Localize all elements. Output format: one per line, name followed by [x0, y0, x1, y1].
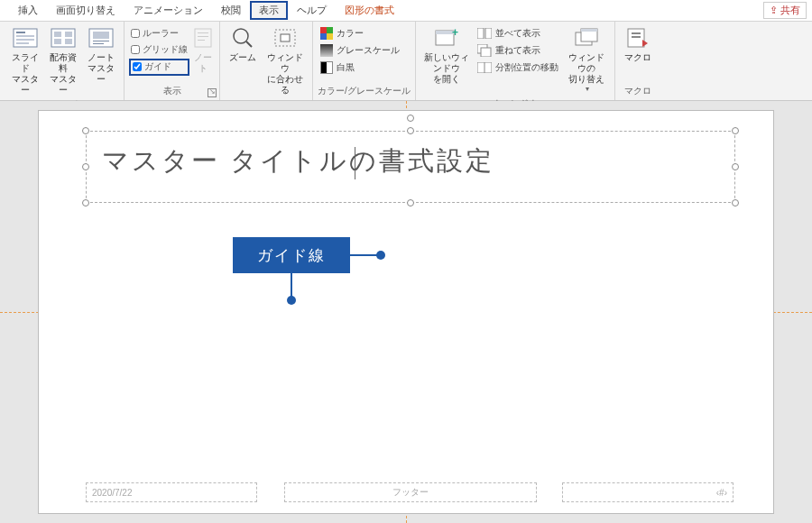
handle-ne[interactable] — [732, 127, 739, 134]
menu-shape-format[interactable]: 図形の書式 — [336, 1, 403, 20]
cascade-button[interactable]: 重ねて表示 — [475, 43, 561, 58]
menu-transitions[interactable]: 画面切り替え — [47, 1, 125, 20]
new-window-button[interactable]: + 新しいウィンドウ を開く — [420, 24, 473, 87]
handout-master-label: 配布資料 マスター — [47, 52, 79, 96]
group-macros: マクロ マクロ — [615, 22, 660, 100]
svg-line-19 — [246, 41, 252, 47]
handle-s[interactable] — [407, 199, 414, 206]
share-button[interactable]: ⇪ 共有 — [763, 2, 807, 19]
handout-master-icon — [50, 26, 77, 50]
notes-icon — [189, 26, 217, 50]
grayscale-button[interactable]: グレースケール — [318, 43, 402, 58]
notes-button: ノー ト — [191, 24, 215, 76]
svg-rect-8 — [54, 39, 61, 44]
color-button[interactable]: カラー — [318, 26, 402, 41]
title-text[interactable]: マスター タイトルの書式設定 — [102, 143, 494, 179]
share-label: 共有 — [780, 5, 800, 15]
menu-help[interactable]: ヘルプ — [288, 1, 336, 20]
menubar: 挿入 画面切り替え アニメーション 校閲 表示 ヘルプ 図形の書式 ⇪ 共有 — [0, 0, 812, 22]
svg-rect-3 — [16, 39, 34, 41]
slide[interactable]: マスター タイトルの書式設定 ガイド線 2020/7/22 フッター ‹#› — [38, 110, 774, 514]
grayscale-icon — [320, 44, 333, 57]
menu-insert[interactable]: 挿入 — [9, 1, 47, 20]
group-label-show: 表示 — [129, 83, 215, 100]
svg-rect-28 — [481, 48, 491, 57]
svg-rect-26 — [485, 28, 492, 39]
callout-dot-bottom — [287, 296, 296, 305]
svg-rect-7 — [65, 32, 72, 37]
canvas-area[interactable]: マスター タイトルの書式設定 ガイド線 2020/7/22 フッター ‹#› — [0, 101, 812, 523]
handle-nw[interactable] — [82, 127, 89, 134]
svg-text:+: + — [452, 27, 458, 39]
group-show: ルーラー グリッド線 ガイド ノー ト 表示 ↘ — [125, 22, 220, 100]
notes-master-button[interactable]: ノート マスター — [83, 24, 119, 87]
svg-rect-23 — [436, 31, 454, 34]
fit-label: ウィンドウ に合わせる — [264, 52, 306, 96]
group-label-color: カラー/グレースケール — [318, 83, 411, 100]
macros-label: マクロ — [624, 52, 651, 63]
zoom-button[interactable]: ズーム — [225, 24, 261, 65]
arrange-icon — [477, 28, 492, 39]
color-icon — [320, 27, 333, 40]
guides-checkbox[interactable]: ガイド — [129, 59, 189, 76]
svg-rect-33 — [581, 29, 597, 32]
footer-placeholder[interactable]: フッター — [284, 482, 537, 502]
switch-windows-button[interactable]: ウィンドウの 切り替え — [563, 24, 610, 96]
svg-rect-14 — [195, 29, 211, 47]
svg-rect-16 — [198, 36, 208, 37]
show-launcher[interactable]: ↘ — [208, 88, 217, 97]
svg-rect-9 — [65, 39, 72, 44]
callout-dot-right — [376, 251, 385, 260]
svg-rect-12 — [93, 41, 109, 41]
callout-connector-v — [291, 273, 292, 298]
svg-rect-21 — [281, 34, 290, 41]
notes-master-label: ノート マスター — [85, 52, 117, 85]
slidenum-placeholder[interactable]: ‹#› — [562, 482, 734, 502]
svg-rect-13 — [93, 43, 104, 44]
ribbon: スライド マスター 配布資料 マスター ノート マスター マスター表示 ルーラー… — [0, 22, 812, 101]
arrange-all-button[interactable]: 並べて表示 — [475, 26, 561, 41]
switch-windows-icon — [573, 26, 600, 50]
fit-window-button[interactable]: ウィンドウ に合わせる — [263, 24, 308, 97]
svg-rect-36 — [632, 36, 641, 38]
svg-rect-1 — [16, 32, 25, 33]
handle-e[interactable] — [732, 163, 739, 170]
svg-rect-15 — [198, 32, 208, 33]
svg-point-18 — [234, 29, 248, 43]
bw-button[interactable]: 白黒 — [318, 60, 402, 75]
group-zoom: ズーム ウィンドウ に合わせる ズーム — [220, 22, 313, 100]
fit-window-icon — [272, 26, 299, 50]
move-split-button[interactable]: 分割位置の移動 — [475, 60, 561, 75]
handle-n[interactable] — [407, 127, 414, 134]
ruler-checkbox[interactable]: ルーラー — [129, 26, 189, 41]
callout-shape[interactable]: ガイド線 — [233, 237, 350, 273]
gridlines-checkbox[interactable]: グリッド線 — [129, 42, 189, 57]
svg-rect-25 — [477, 28, 484, 39]
menu-review[interactable]: 校閲 — [212, 1, 250, 20]
date-placeholder[interactable]: 2020/7/22 — [86, 482, 257, 502]
zoom-label: ズーム — [229, 52, 256, 63]
slide-master-button[interactable]: スライド マスター — [7, 24, 43, 97]
new-window-label: 新しいウィンドウ を開く — [422, 52, 471, 85]
handle-sw[interactable] — [82, 199, 89, 206]
bw-icon — [320, 61, 333, 74]
move-split-icon — [477, 62, 492, 73]
svg-rect-6 — [54, 32, 61, 37]
svg-rect-2 — [16, 35, 34, 37]
switch-label: ウィンドウの 切り替え — [565, 52, 608, 85]
text-cursor — [355, 147, 355, 179]
svg-rect-4 — [16, 42, 29, 44]
handout-master-button[interactable]: 配布資料 マスター — [45, 24, 81, 97]
slide-master-icon — [12, 26, 39, 50]
rotate-handle[interactable] — [407, 115, 414, 122]
new-window-icon: + — [433, 26, 460, 50]
menu-animations[interactable]: アニメーション — [125, 1, 212, 20]
group-label-macros: マクロ — [620, 83, 656, 100]
menu-view[interactable]: 表示 — [250, 1, 288, 20]
callout-connector-h — [350, 254, 379, 256]
handle-se[interactable] — [732, 199, 739, 206]
handle-w[interactable] — [82, 163, 89, 170]
notes-label: ノー ト — [194, 52, 212, 74]
macros-button[interactable]: マクロ — [620, 24, 656, 65]
svg-rect-17 — [198, 40, 205, 41]
